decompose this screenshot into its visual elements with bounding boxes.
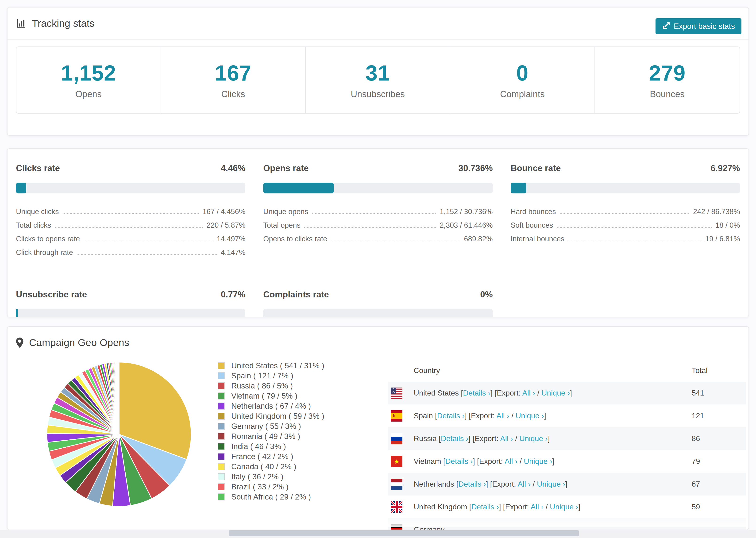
punctuation: ] [566,480,567,488]
export-label: Export: [475,434,500,443]
punctuation: [ [459,389,463,397]
legend-item: Canada ( 40 / 2% ) [218,461,324,471]
dotted-leader [55,227,203,228]
export-unique-link[interactable]: Unique › [515,411,544,420]
legend-item: United Kingdom ( 59 / 3% ) [218,411,324,421]
total-column-header: Total [692,366,746,375]
export-unique-link[interactable]: Unique › [537,480,566,488]
export-all-link[interactable]: All › [500,434,513,443]
legend-swatch [218,393,225,400]
country-name: Spain [414,411,433,420]
country-name: United States [414,389,459,397]
legend-item: India ( 46 / 3% ) [218,441,324,452]
punctuation: [ [437,434,441,443]
rate-row-label: Unique opens [263,208,308,215]
stats-group: 1,152 Opens 167 Clicks 31 Unsubscribes 0… [16,46,740,114]
legend-label: India ( 46 / 3% ) [231,442,286,451]
rate-value: 30.736% [459,163,493,173]
details-link[interactable]: Details › [458,480,486,488]
rate-row: Clicks to opens rate14.497% [16,235,245,242]
rate-row: Total clicks220 / 5.87% [16,222,245,229]
flag-russia-icon [391,433,403,444]
stat-clicks: 167 Clicks [161,47,306,113]
legend-label: United States ( 541 / 31% ) [231,361,324,370]
dotted-leader [304,227,436,228]
rate-row-label: Total clicks [16,222,51,229]
legend-item: Netherlands ( 67 / 4% ) [218,401,324,411]
details-link[interactable]: Details › [471,503,499,511]
export-all-link[interactable]: All › [531,503,544,511]
export-label: Export: [497,389,522,397]
rate-row-label: Clicks to opens rate [16,235,80,242]
export-label: Export: [471,411,497,420]
export-basic-stats-button[interactable]: Export basic stats [656,18,741,34]
rate-row: Hard bounces242 / 86.738% [511,208,740,215]
legend-swatch [218,463,225,470]
page-title: Tracking stats [32,18,95,29]
stat-value: 0 [516,61,528,85]
stat-label: Unsubscribes [351,89,405,99]
geo-opens-pie-chart [43,358,195,511]
table-header-row: Country Total [388,359,746,382]
punctuation: ] [ [490,389,497,397]
export-all-link[interactable]: All › [505,457,517,465]
legend-swatch [218,473,225,480]
opens-rate-progressbar [263,183,493,193]
export-unique-link[interactable]: Unique › [519,434,548,443]
export-all-link[interactable]: All › [518,480,531,488]
stat-value: 167 [215,61,252,85]
rate-row-label: Internal bounces [511,235,565,242]
rate-row: Click through rate4.147% [16,249,245,256]
legend-label: Italy ( 36 / 2% ) [231,472,283,481]
punctuation: / [517,457,524,465]
bounce-rate-progressbar [511,183,740,193]
stat-label: Opens [75,89,102,99]
total-cell: 59 [692,503,746,511]
clicks-rate-block: Clicks rate 4.46% Unique clicks167 / 4.4… [16,163,245,262]
rate-row-label: Total opens [263,222,300,229]
stat-value: 31 [365,61,390,85]
export-all-link[interactable]: All › [522,389,535,397]
legend-label: Romania ( 49 / 3% ) [231,432,300,441]
map-pin-icon [16,338,24,348]
export-unique-link[interactable]: Unique › [550,503,578,511]
export-label: Export: [479,457,505,465]
flag-united-states-icon [391,388,403,399]
rate-title: Unsubscribe rate [16,290,87,299]
legend-item: Brazil ( 33 / 2% ) [218,482,324,492]
details-link[interactable]: Details › [441,434,468,443]
details-link[interactable]: Details › [437,411,465,420]
punctuation: ] [570,389,572,397]
punctuation: [ [454,480,459,488]
rate-row: Total opens2,303 / 61.446% [263,222,493,229]
table-row: United States [Details ›] [Export: All ›… [388,382,746,404]
rate-row-value: 18 / 0% [715,222,740,229]
details-link[interactable]: Details › [445,457,473,465]
pie-legend: United States ( 541 / 31% ) Spain ( 121 … [218,360,324,502]
export-all-link[interactable]: All › [496,411,509,420]
legend-label: Netherlands ( 67 / 4% ) [231,402,311,410]
stat-opens: 1,152 Opens [17,47,161,113]
stat-label: Bounces [650,89,685,99]
horizontal-scrollbar[interactable] [229,530,579,536]
legend-label: Canada ( 40 / 2% ) [231,462,296,471]
legend-item: United States ( 541 / 31% ) [218,360,324,371]
legend-item: France ( 42 / 2% ) [218,452,324,461]
unsubscribe-rate-block: Unsubscribe rate 0.77% Unsubscribes31 [16,290,245,317]
flag-netherlands-icon [391,479,403,490]
legend-item: Vietnam ( 79 / 5% ) [218,391,324,401]
export-unique-link[interactable]: Unique › [524,457,552,465]
legend-swatch [218,372,225,379]
legend-item: Romania ( 49 / 3% ) [218,431,324,441]
details-link[interactable]: Details › [463,389,490,397]
punctuation: ] [ [499,503,505,511]
rate-row-value: 19 / 6.81% [705,235,740,242]
country-name: Germany [414,525,445,530]
export-icon [662,21,670,31]
export-unique-link[interactable]: Unique › [541,389,570,397]
legend-swatch [218,362,225,369]
legend-swatch [218,423,225,430]
rate-row-value: 14.497% [217,235,245,242]
rate-value: 0% [480,290,493,299]
punctuation: ] [ [468,434,475,443]
